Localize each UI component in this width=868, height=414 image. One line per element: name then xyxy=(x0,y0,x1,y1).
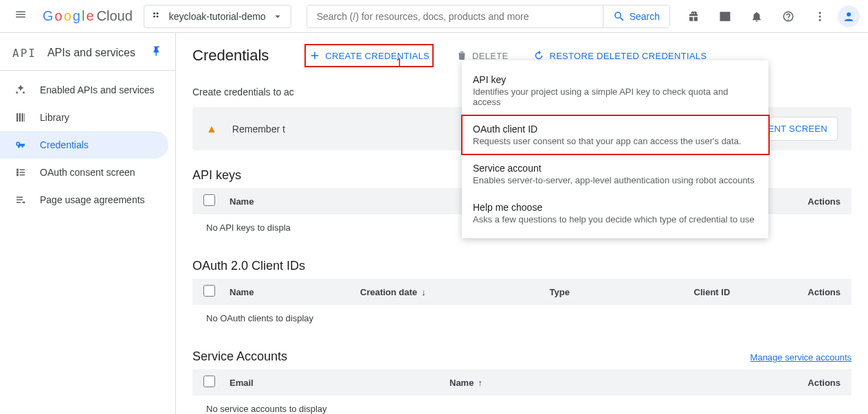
select-all-checkbox[interactable] xyxy=(203,285,215,297)
dropdown-item-api-key[interactable]: API key Identifies your project using a … xyxy=(462,66,768,115)
api-keys-title: API keys xyxy=(192,168,241,183)
project-icon xyxy=(151,10,164,23)
col-actions: Actions xyxy=(808,287,841,297)
enabled-apis-icon xyxy=(14,84,27,96)
warning-icon: ▲ xyxy=(206,123,217,135)
svg-point-5 xyxy=(819,12,821,14)
free-trial-button[interactable] xyxy=(680,3,707,30)
restore-label: RESTORE DELETED CREDENTIALS xyxy=(549,51,706,61)
sidebar-item-page-usage[interactable]: Page usage agreements xyxy=(0,186,175,214)
sidebar-header: API APIs and services xyxy=(0,38,175,71)
sidebar-item-credentials[interactable]: Credentials xyxy=(0,131,168,159)
key-icon xyxy=(14,139,27,151)
dropdown-item-desc: Identifies your project using a simple A… xyxy=(473,87,757,107)
svg-point-3 xyxy=(156,15,158,17)
cloud-shell-button[interactable] xyxy=(711,3,739,30)
col-client-id: Client ID xyxy=(694,287,731,297)
cloud-text: Cloud xyxy=(97,8,133,24)
dropdown-item-oauth-client-id[interactable]: OAuth client ID Requests user consent so… xyxy=(462,115,768,154)
dropdown-item-desc: Asks a few questions to help you decide … xyxy=(473,214,757,225)
consent-icon xyxy=(14,166,27,179)
search-icon xyxy=(613,10,625,23)
section-service-accounts: Service Accounts Manage service accounts… xyxy=(192,349,852,414)
nav-menu-button[interactable] xyxy=(8,2,37,31)
search-label: Search xyxy=(630,11,660,22)
product-logo[interactable]: Google Cloud xyxy=(43,8,133,24)
agreements-icon xyxy=(14,194,27,206)
svc-empty: No service accounts to display xyxy=(192,395,852,414)
col-email: Email xyxy=(230,378,449,388)
dropdown-item-title: Service account xyxy=(473,163,757,174)
header-utilities xyxy=(680,3,860,30)
annotation-1: 1. xyxy=(396,56,406,71)
manage-service-accounts-link[interactable]: Manage service accounts xyxy=(750,352,852,363)
pin-icon xyxy=(151,45,163,58)
sidebar-item-library[interactable]: Library xyxy=(0,104,175,131)
bell-icon xyxy=(750,10,763,23)
svg-point-1 xyxy=(156,12,158,14)
dropdown-item-desc: Requests user consent so that your app c… xyxy=(473,136,757,146)
sort-desc-icon: ↓ xyxy=(421,287,426,297)
col-name: Name xyxy=(230,196,394,207)
pin-button[interactable] xyxy=(151,45,163,60)
col-type: Type xyxy=(550,287,653,297)
notifications-button[interactable] xyxy=(743,3,770,30)
svg-point-8 xyxy=(847,12,851,16)
dropdown-item-help-me-choose[interactable]: Help me choose Asks a few questions to h… xyxy=(462,194,768,233)
col-name[interactable]: Name↑ xyxy=(449,378,482,388)
svg-point-0 xyxy=(153,12,155,14)
api-brand-icon: API xyxy=(12,47,36,60)
sidebar-item-label: Library xyxy=(40,112,69,123)
oauth-title: OAuth 2.0 Client IDs xyxy=(192,259,305,273)
search-button[interactable]: Search xyxy=(603,5,669,27)
project-name: keycloak-tutorial-demo xyxy=(169,11,266,22)
svg-point-6 xyxy=(819,15,821,17)
sidebar-item-label: Enabled APIs and services xyxy=(40,84,155,95)
library-icon xyxy=(14,111,27,124)
oauth-table-header: Name Creation date↓ Type Client ID Actio… xyxy=(192,279,852,305)
select-all-checkbox[interactable] xyxy=(203,376,215,387)
col-actions: Actions xyxy=(808,378,841,388)
svg-point-7 xyxy=(819,19,821,21)
sidebar-item-oauth-consent[interactable]: OAuth consent screen xyxy=(0,159,175,186)
sidebar-item-label: Credentials xyxy=(40,139,89,150)
main-content: Credentials CREATE CREDENTIALS DELETE RE… xyxy=(176,33,868,414)
oauth-empty: No OAuth clients to display xyxy=(192,305,852,332)
svc-table-header: Email Name↑ Actions xyxy=(192,369,852,395)
sidebar: API APIs and services Enabled APIs and s… xyxy=(0,33,176,414)
more-vert-icon xyxy=(814,10,826,23)
gift-icon xyxy=(687,10,700,23)
dropdown-item-service-account[interactable]: Service account Enables server-to-server… xyxy=(462,154,768,194)
terminal-icon xyxy=(719,10,731,23)
warning-text: Remember t xyxy=(232,124,285,135)
svg-point-2 xyxy=(153,15,155,17)
person-icon xyxy=(843,10,855,23)
dropdown-item-desc: Enables server-to-server, app-level auth… xyxy=(473,175,757,185)
col-creation-date[interactable]: Creation date↓ xyxy=(360,287,426,297)
select-all-checkbox[interactable] xyxy=(203,194,215,206)
search-bar: Search xyxy=(307,5,670,28)
sidebar-item-label: OAuth consent screen xyxy=(40,167,135,178)
more-button[interactable] xyxy=(806,3,834,30)
create-credentials-dropdown: API key Identifies your project using a … xyxy=(462,60,768,238)
chevron-down-icon xyxy=(271,10,284,23)
search-input[interactable] xyxy=(307,5,603,27)
page-title: Credentials xyxy=(192,47,269,65)
sort-asc-icon: ↑ xyxy=(478,378,482,388)
account-avatar[interactable] xyxy=(838,5,860,27)
dropdown-item-title: OAuth client ID xyxy=(473,124,757,135)
create-label: CREATE CREDENTIALS xyxy=(325,51,430,61)
col-actions: Actions xyxy=(808,196,841,207)
dropdown-item-title: Help me choose xyxy=(473,202,757,213)
help-button[interactable] xyxy=(775,3,802,30)
sidebar-title: APIs and services xyxy=(47,47,140,59)
hamburger-icon xyxy=(14,8,27,21)
delete-label: DELETE xyxy=(472,51,508,61)
body-layout: API APIs and services Enabled APIs and s… xyxy=(0,33,868,414)
sidebar-item-enabled-apis[interactable]: Enabled APIs and services xyxy=(0,76,175,104)
help-icon xyxy=(782,10,794,23)
create-credentials-button[interactable]: CREATE CREDENTIALS xyxy=(304,44,434,67)
project-selector[interactable]: keycloak-tutorial-demo xyxy=(144,5,291,28)
top-header: Google Cloud keycloak-tutorial-demo Sear… xyxy=(0,0,868,33)
svc-title: Service Accounts xyxy=(192,349,287,364)
